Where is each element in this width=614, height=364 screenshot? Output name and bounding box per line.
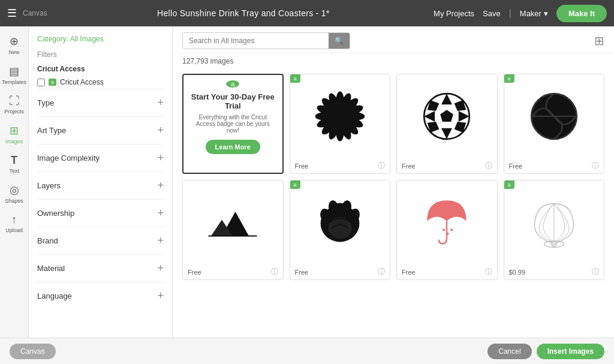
sidebar-item-text[interactable]: T Text bbox=[1, 151, 28, 178]
baseball-glove-info-icon[interactable]: ⓘ bbox=[378, 267, 385, 277]
mountains-image bbox=[183, 181, 283, 264]
main-layout: ⊕ New ▤ Templates ⛶ Projects ⊞ Images T … bbox=[0, 26, 614, 338]
image-card-sunflower[interactable]: a bbox=[290, 74, 391, 174]
filter-group-brand[interactable]: Brand + bbox=[37, 227, 164, 254]
sunflower-footer: Free ⓘ bbox=[290, 158, 390, 173]
search-input[interactable] bbox=[183, 33, 329, 49]
templates-icon: ▤ bbox=[9, 65, 19, 78]
cricut-badge: a bbox=[49, 79, 56, 86]
mountains-info-icon[interactable]: ⓘ bbox=[271, 267, 278, 277]
sidebar-label-templates: Templates bbox=[2, 79, 26, 85]
sidebar-label-upload: Upload bbox=[5, 227, 23, 233]
image-card-seashell[interactable]: a $0.99 ⓘ bbox=[504, 180, 605, 280]
svg-point-43 bbox=[447, 233, 449, 235]
make-it-button[interactable]: Make It bbox=[556, 5, 607, 22]
bottom-bar: Canvas Cancel Insert Images bbox=[0, 338, 614, 364]
save-button[interactable]: Save bbox=[483, 9, 501, 18]
filter-group-art-type[interactable]: Art Type + bbox=[37, 116, 164, 144]
sunflower-svg bbox=[313, 89, 367, 143]
image-card-baseball-glove[interactable]: a Free ⓘ bbox=[290, 180, 391, 280]
canvas-label: Canvas bbox=[23, 9, 47, 17]
upload-icon: ↑ bbox=[11, 213, 17, 226]
filter-group-type[interactable]: Type + bbox=[37, 89, 164, 116]
seashell-image: a bbox=[504, 181, 604, 264]
filters-label: Filters bbox=[37, 50, 164, 59]
maker-dropdown[interactable]: Maker ▾ bbox=[520, 9, 548, 18]
sunflower-info-icon[interactable]: ⓘ bbox=[378, 161, 385, 171]
filter-group-ownership[interactable]: Ownership + bbox=[37, 199, 164, 227]
mountains-footer: Free ⓘ bbox=[183, 264, 283, 279]
image-card-mountains[interactable]: Free ⓘ bbox=[182, 180, 284, 280]
chevron-down-icon: ▾ bbox=[544, 9, 548, 18]
sidebar-item-new[interactable]: ⊕ New bbox=[1, 31, 28, 59]
sunflower-price: Free bbox=[295, 163, 309, 170]
mountains-svg bbox=[206, 195, 260, 249]
basketball-price: Free bbox=[509, 163, 523, 170]
umbrella-info-icon[interactable]: ⓘ bbox=[485, 267, 492, 277]
learn-more-button[interactable]: Learn More bbox=[206, 140, 260, 154]
soccer-info-icon[interactable]: ⓘ bbox=[485, 161, 492, 171]
image-card-basketball[interactable]: a Free ⓘ bbox=[504, 74, 605, 174]
cricut-access-check[interactable] bbox=[37, 79, 45, 86]
filter-groups: Type + Art Type + Image Complexity + Lay… bbox=[37, 89, 164, 309]
shapes-icon: ◎ bbox=[10, 183, 19, 197]
filter-group-image-complexity[interactable]: Image Complexity + bbox=[37, 144, 164, 172]
filter-group-material[interactable]: Material + bbox=[37, 254, 164, 282]
insert-images-button[interactable]: Insert Images bbox=[537, 344, 604, 359]
image-card-soccer[interactable]: Free ⓘ bbox=[396, 74, 498, 174]
my-projects-button[interactable]: My Projects bbox=[434, 9, 474, 18]
search-button[interactable]: 🔍 bbox=[329, 33, 350, 49]
umbrella-image bbox=[397, 181, 497, 264]
canvas-button[interactable]: Canvas bbox=[10, 344, 56, 359]
basketball-footer: Free ⓘ bbox=[504, 158, 604, 173]
cancel-button[interactable]: Cancel bbox=[487, 344, 531, 359]
expand-language-icon: + bbox=[157, 290, 164, 302]
grid-toggle-button[interactable]: ⊞ bbox=[594, 34, 604, 48]
sidebar-item-upload[interactable]: ↑ Upload bbox=[1, 210, 28, 237]
seashell-footer: $0.99 ⓘ bbox=[504, 264, 604, 279]
umbrella-price: Free bbox=[402, 269, 416, 276]
filter-group-language[interactable]: Language + bbox=[37, 282, 164, 309]
sidebar-label-images: Images bbox=[5, 139, 23, 145]
svg-point-17 bbox=[331, 108, 348, 125]
expand-complexity-icon: + bbox=[157, 152, 164, 164]
trial-card[interactable]: a Start Your 30-Day Free Trial Everythin… bbox=[182, 74, 284, 174]
expand-type-icon: + bbox=[157, 97, 164, 109]
sidebar-label-new: New bbox=[8, 49, 19, 55]
seashell-info-icon[interactable]: ⓘ bbox=[592, 267, 599, 277]
umbrella-svg bbox=[420, 195, 474, 249]
image-card-umbrella[interactable]: Free ⓘ bbox=[396, 180, 498, 280]
filter-category: Category: All Images bbox=[37, 35, 164, 43]
sidebar-label-projects: Projects bbox=[4, 109, 24, 115]
seashell-badge: a bbox=[504, 181, 514, 189]
expand-brand-icon: + bbox=[157, 234, 164, 247]
expand-ownership-icon: + bbox=[157, 207, 164, 219]
mountains-price: Free bbox=[188, 269, 201, 276]
sidebar-icons: ⊕ New ▤ Templates ⛶ Projects ⊞ Images T … bbox=[0, 26, 29, 338]
content-header: 🔍 ⊞ bbox=[173, 26, 614, 53]
filter-group-layers[interactable]: Layers + bbox=[37, 172, 164, 199]
svg-point-42 bbox=[443, 228, 445, 231]
cricut-access-section: Cricut Access a Cricut Access bbox=[37, 65, 164, 86]
sidebar-item-images[interactable]: ⊞ Images bbox=[1, 121, 28, 148]
sidebar-item-projects[interactable]: ⛶ Projects bbox=[1, 91, 28, 118]
trial-badge-icon: a bbox=[226, 80, 239, 88]
cricut-access-checkbox[interactable]: a Cricut Access bbox=[37, 78, 164, 86]
menu-icon[interactable]: ☰ bbox=[7, 7, 17, 20]
sidebar-item-templates[interactable]: ▤ Templates bbox=[1, 61, 28, 89]
search-box: 🔍 bbox=[182, 32, 350, 49]
expand-art-type-icon: + bbox=[157, 124, 164, 137]
basketball-info-icon[interactable]: ⓘ bbox=[592, 161, 599, 171]
topbar: ☰ Canvas Hello Sunshine Drink Tray and C… bbox=[0, 0, 614, 26]
baseball-glove-svg bbox=[313, 195, 367, 249]
basketball-svg bbox=[527, 89, 581, 143]
seashell-svg bbox=[527, 195, 581, 249]
new-icon: ⊕ bbox=[10, 35, 19, 48]
sidebar-item-shapes[interactable]: ◎ Shapes bbox=[1, 180, 28, 207]
trial-title: Start Your 30-Day Free Trial bbox=[191, 92, 275, 110]
soccer-image bbox=[397, 74, 497, 158]
sunflower-image: a bbox=[290, 74, 390, 158]
filter-panel: Category: All Images Filters Cricut Acce… bbox=[29, 26, 173, 338]
text-icon: T bbox=[11, 154, 17, 167]
content-area: 🔍 ⊞ 127,793 images a Start Your 30-Day F… bbox=[173, 26, 614, 338]
